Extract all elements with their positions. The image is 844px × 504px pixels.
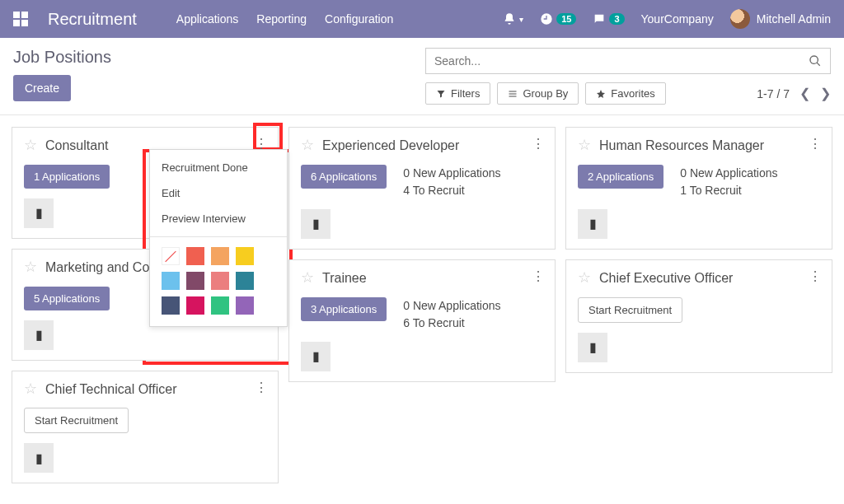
job-card[interactable]: ☆ Consultant ⋮ 1 Applications ▮ Recruitm… bbox=[12, 127, 279, 239]
activities-count: 15 bbox=[556, 13, 576, 25]
color-swatch[interactable] bbox=[186, 272, 204, 290]
job-card[interactable]: ☆ Human Resources Manager ⋮ 2 Applicatio… bbox=[565, 127, 832, 250]
user-menu[interactable]: Mitchell Admin bbox=[730, 9, 831, 29]
start-recruitment-button[interactable]: Start Recruitment bbox=[578, 297, 682, 323]
card-meta: 0 New Applications 6 To Recruit bbox=[403, 297, 500, 332]
avatar bbox=[730, 9, 750, 29]
kanban-board: ☆ Consultant ⋮ 1 Applications ▮ Recruitm… bbox=[0, 115, 844, 495]
module-name: Recruitment bbox=[48, 10, 137, 29]
applications-button[interactable]: 5 Applications bbox=[24, 287, 110, 310]
job-card[interactable]: ☆ Chief Executive Officer ⋮ Start Recrui… bbox=[565, 259, 832, 373]
search-input[interactable] bbox=[434, 54, 809, 68]
messages-count: 3 bbox=[609, 13, 624, 25]
kebab-icon[interactable]: ⋮ bbox=[809, 270, 822, 283]
kebab-icon[interactable]: ⋮ bbox=[809, 138, 822, 151]
group-by-button[interactable]: Group By bbox=[497, 82, 579, 105]
attachment-icon[interactable]: ▮ bbox=[24, 443, 54, 473]
applications-button[interactable]: 3 Applications bbox=[301, 297, 387, 321]
pager-text: 1-7 / 7 bbox=[757, 87, 790, 100]
attachment-icon[interactable]: ▮ bbox=[578, 209, 607, 239]
star-icon[interactable]: ☆ bbox=[301, 138, 314, 152]
color-swatch[interactable] bbox=[162, 296, 180, 315]
color-swatch[interactable] bbox=[211, 272, 229, 290]
job-card[interactable]: ☆ Experienced Developer ⋮ 6 Applications… bbox=[288, 127, 556, 250]
card-title: Trainee bbox=[322, 270, 543, 287]
card-meta: 0 New Applications 4 To Recruit bbox=[403, 165, 500, 199]
kebab-icon[interactable]: ⋮ bbox=[532, 138, 545, 151]
color-swatch[interactable] bbox=[236, 296, 254, 315]
nav-reporting[interactable]: Reporting bbox=[256, 12, 307, 26]
job-card[interactable]: ☆ Trainee ⋮ 3 Applications 0 New Applica… bbox=[288, 259, 556, 382]
applications-button[interactable]: 1 Applications bbox=[24, 165, 110, 189]
color-swatch[interactable] bbox=[186, 247, 204, 265]
page-title: Job Positions bbox=[13, 48, 409, 67]
color-swatch[interactable] bbox=[186, 296, 204, 315]
star-icon[interactable]: ☆ bbox=[24, 381, 37, 396]
color-swatch[interactable] bbox=[162, 272, 180, 290]
star-icon[interactable]: ☆ bbox=[24, 259, 37, 274]
color-swatch[interactable] bbox=[211, 247, 229, 265]
top-nav: Applications Reporting Configuration bbox=[176, 12, 393, 26]
color-swatch[interactable] bbox=[211, 296, 229, 315]
nav-applications[interactable]: Applications bbox=[176, 12, 239, 26]
card-title: Chief Technical Officer bbox=[45, 381, 266, 399]
attachment-icon[interactable]: ▮ bbox=[578, 333, 607, 362]
star-icon[interactable]: ☆ bbox=[578, 270, 591, 285]
filters-button[interactable]: Filters bbox=[425, 82, 490, 105]
search-input-wrap[interactable] bbox=[425, 48, 831, 74]
star-icon[interactable]: ☆ bbox=[578, 138, 591, 152]
menu-recruitment-done[interactable]: Recruitment Done bbox=[150, 155, 287, 180]
star-icon[interactable]: ☆ bbox=[301, 270, 314, 285]
favorites-button[interactable]: Favorites bbox=[585, 82, 665, 105]
color-swatch[interactable] bbox=[236, 247, 254, 265]
card-title: Chief Executive Officer bbox=[599, 270, 820, 287]
pager: 1-7 / 7 ❮ ❯ bbox=[757, 86, 831, 101]
attachment-icon[interactable]: ▮ bbox=[24, 320, 54, 350]
card-title: Experienced Developer bbox=[322, 138, 543, 155]
card-title: Human Resources Manager bbox=[599, 138, 820, 155]
activities-icon[interactable]: 15 bbox=[540, 12, 576, 26]
card-meta: 0 New Applications 1 To Recruit bbox=[680, 165, 777, 199]
attachment-icon[interactable]: ▮ bbox=[24, 198, 54, 228]
menu-edit[interactable]: Edit bbox=[150, 180, 287, 206]
search-icon[interactable] bbox=[809, 54, 822, 68]
job-card[interactable]: ☆ Chief Technical Officer ⋮ Start Recrui… bbox=[12, 371, 279, 484]
control-bar: Job Positions Create Filters Group By Fa… bbox=[0, 38, 844, 105]
attachment-icon[interactable]: ▮ bbox=[301, 342, 331, 371]
start-recruitment-button[interactable]: Start Recruitment bbox=[24, 408, 129, 433]
color-swatch[interactable] bbox=[162, 247, 180, 265]
pager-prev[interactable]: ❮ bbox=[799, 86, 810, 101]
card-context-menu: Recruitment Done Edit Preview Interview bbox=[149, 149, 288, 327]
menu-preview-interview[interactable]: Preview Interview bbox=[150, 206, 287, 231]
applications-button[interactable]: 2 Applications bbox=[578, 165, 663, 189]
kebab-icon[interactable]: ⋮ bbox=[532, 270, 545, 283]
nav-configuration[interactable]: Configuration bbox=[325, 12, 393, 26]
user-name: Mitchell Admin bbox=[757, 12, 831, 26]
attachment-icon[interactable]: ▮ bbox=[301, 209, 331, 239]
star-icon[interactable]: ☆ bbox=[24, 138, 37, 152]
messages-icon[interactable]: 3 bbox=[593, 12, 624, 26]
topbar: Recruitment Applications Reporting Confi… bbox=[0, 0, 844, 38]
create-button[interactable]: Create bbox=[13, 75, 71, 101]
color-swatch[interactable] bbox=[236, 272, 254, 290]
notifications-icon[interactable]: ▾ bbox=[503, 12, 523, 26]
company-switcher[interactable]: YourCompany bbox=[641, 12, 714, 26]
applications-button[interactable]: 6 Applications bbox=[301, 165, 387, 189]
kebab-icon[interactable]: ⋮ bbox=[255, 381, 268, 394]
color-picker bbox=[150, 242, 287, 326]
pager-next[interactable]: ❯ bbox=[820, 86, 831, 101]
apps-icon[interactable] bbox=[13, 12, 28, 26]
